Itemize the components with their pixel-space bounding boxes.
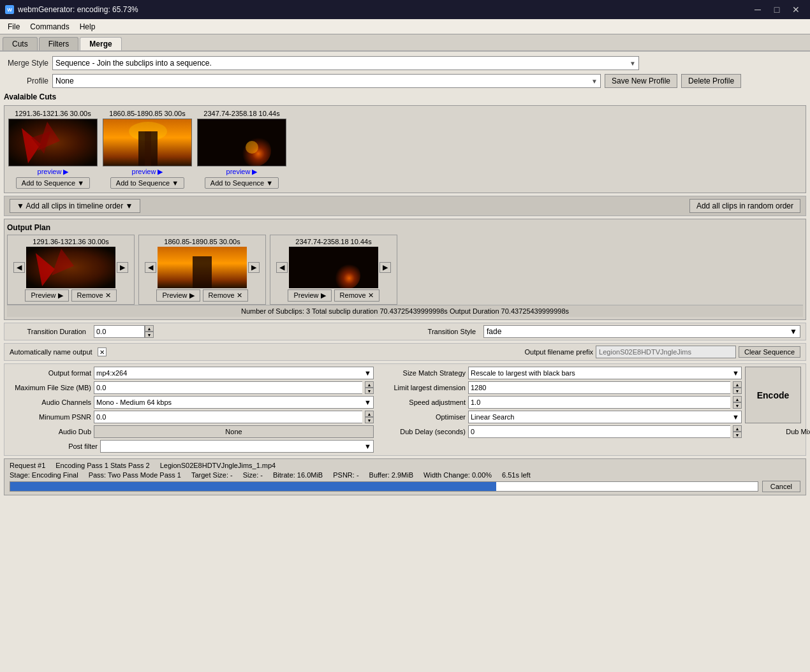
progress-info-row: Request #1 Encoding Pass 1 Stats Pass 2 … — [10, 462, 800, 469]
min-psnr-row: Minumum PSNR ▲ ▼ — [8, 411, 374, 423]
output-remove-2[interactable]: Remove ✕ — [203, 289, 248, 302]
output-clip-header-2: 1860.85-1890.85 30.00s — [164, 238, 240, 245]
menu-commands[interactable]: Commands — [25, 21, 74, 33]
cut-thumbnail-3 — [197, 119, 286, 166]
output-preview-2[interactable]: Preview ▶ — [156, 289, 200, 302]
profile-row: Profile None ▼ Save New Profile Delete P… — [4, 73, 806, 89]
add-clips-row: ▼ Add all clips in timeline order ▼ Add … — [4, 196, 806, 216]
post-filter-row: Post filter ▼ — [8, 440, 374, 453]
transition-duration-up[interactable]: ▲ — [145, 325, 154, 332]
title-bar-controls[interactable]: ─ □ ✕ — [749, 1, 805, 18]
settings-grid: Output format mp4:x264 ▼ Size Match Stra… — [4, 363, 806, 456]
output-format-row: Output format mp4:x264 ▼ — [8, 367, 374, 379]
transition-style-label: Transition Style — [412, 328, 476, 335]
transition-style-value: fade — [487, 327, 501, 336]
cut-add-btn-1[interactable]: Add to Sequence ▼ — [16, 177, 90, 189]
cut-preview-2[interactable]: preview ▶ — [132, 168, 163, 176]
pass-label: Pass: Two Pass Mode Pass 1 — [89, 471, 181, 479]
output-clip-prev-3[interactable]: ◀ — [276, 262, 288, 273]
max-file-size-label: Maximum File Size (MB) — [8, 384, 91, 391]
output-clip-next-3[interactable]: ▶ — [379, 262, 391, 273]
target-size-label: Target Size: - — [191, 471, 233, 479]
delete-profile-button[interactable]: Delete Profile — [681, 74, 741, 88]
save-profile-button[interactable]: Save New Profile — [605, 74, 677, 88]
add-clips-random-button[interactable]: Add all clips in random order — [689, 199, 800, 213]
add-clips-timeline-button[interactable]: ▼ Add all clips in timeline order ▼ — [10, 199, 140, 213]
audio-dub-row: Audio Dub None — [8, 425, 374, 438]
cut-add-btn-3[interactable]: Add to Sequence ▼ — [205, 177, 279, 189]
min-psnr-input[interactable] — [94, 411, 362, 423]
output-clip-prev-1[interactable]: ◀ — [13, 262, 25, 273]
cut-thumbnail-svg-1 — [9, 119, 97, 166]
tab-cuts[interactable]: Cuts — [3, 37, 38, 50]
tab-merge[interactable]: Merge — [80, 37, 121, 50]
optimiser-dropdown[interactable]: Linear Search ▼ — [468, 411, 742, 423]
speed-down-button[interactable]: ▼ — [733, 402, 742, 409]
cut-label-3: 2347.74-2358.18 10.44s — [203, 110, 279, 117]
dub-delay-input[interactable] — [468, 425, 730, 438]
output-clip-next-2[interactable]: ▶ — [248, 262, 260, 273]
speed-up-button[interactable]: ▲ — [733, 396, 742, 402]
output-preview-3[interactable]: Preview ▶ — [288, 289, 331, 302]
output-prefix-input[interactable] — [596, 346, 736, 358]
minimize-button[interactable]: ─ — [749, 1, 767, 18]
cut-thumbnail-svg-3 — [198, 119, 286, 166]
output-remove-3[interactable]: Remove ✕ — [334, 289, 379, 302]
speed-adjustment-input[interactable] — [468, 396, 730, 409]
audio-channels-label: Audio Channels — [8, 398, 91, 406]
output-format-dropdown[interactable]: mp4:x264 ▼ — [94, 367, 374, 379]
transition-duration-down[interactable]: ▼ — [145, 332, 154, 338]
cancel-button[interactable]: Cancel — [762, 481, 800, 492]
progress-bar-outer — [10, 481, 758, 492]
dub-delay-up[interactable]: ▲ — [733, 425, 742, 432]
profile-select[interactable]: None ▼ — [52, 74, 601, 88]
output-clip-prev-2[interactable]: ◀ — [145, 262, 156, 273]
audio-channels-value: Mono - Medium 64 kbps — [96, 398, 172, 406]
encode-button[interactable]: Encode — [745, 367, 802, 423]
transition-duration-input[interactable] — [94, 325, 145, 338]
menu-help[interactable]: Help — [75, 21, 101, 33]
merge-style-dropdown[interactable]: Sequence - Join the subclips into a sequ… — [52, 56, 639, 70]
auto-name-checkbox[interactable]: ✕ — [98, 347, 107, 356]
cut-preview-3[interactable]: preview ▶ — [226, 168, 258, 176]
progress-stats-row: Stage: Encoding Final Pass: Two Pass Mod… — [10, 471, 800, 479]
cut-add-btn-2[interactable]: Add to Sequence ▼ — [110, 177, 184, 189]
dub-delay-label: Dub Delay (seconds) — [376, 428, 466, 435]
output-plan-clips: 1291.36-1321.36 30.00s ◀ — [7, 235, 803, 305]
svg-point-10 — [246, 141, 258, 154]
audio-channels-dropdown[interactable]: Mono - Medium 64 kbps ▼ — [94, 396, 374, 409]
speed-adjustment-label: Speed adjustment — [376, 398, 466, 406]
limit-dimension-input[interactable] — [468, 381, 730, 394]
size-match-dropdown[interactable]: Rescale to largest with black bars ▼ — [468, 367, 742, 379]
min-psnr-up[interactable]: ▲ — [365, 411, 374, 417]
optimiser-label: Optimiser — [376, 413, 466, 421]
menu-file[interactable]: File — [3, 21, 25, 33]
max-file-size-down[interactable]: ▼ — [365, 388, 374, 394]
limit-dimension-down[interactable]: ▼ — [733, 388, 742, 394]
output-clip-next-1[interactable]: ▶ — [117, 262, 128, 273]
tab-filters[interactable]: Filters — [39, 37, 79, 50]
close-button[interactable]: ✕ — [787, 1, 805, 18]
output-preview-1[interactable]: Preview ▶ — [25, 289, 68, 302]
limit-dimension-up[interactable]: ▲ — [733, 381, 742, 388]
max-file-size-up[interactable]: ▲ — [365, 381, 374, 388]
cut-preview-1[interactable]: preview ▶ — [38, 168, 69, 176]
transition-style-dropdown[interactable]: fade ▼ — [483, 325, 800, 338]
clear-sequence-button[interactable]: Clear Sequence — [739, 346, 800, 358]
dub-delay-spin: ▲ ▼ — [733, 425, 742, 438]
audio-channels-row: Audio Channels Mono - Medium 64 kbps ▼ — [8, 396, 374, 409]
limit-dimension-label: Limit largest dimension — [376, 384, 466, 391]
size-match-label: Size Match Strategy — [376, 369, 466, 377]
post-filter-dropdown[interactable]: ▼ — [100, 440, 374, 453]
transition-section: Transition Duration ▲ ▼ Transition Style… — [4, 323, 806, 340]
output-remove-1[interactable]: Remove ✕ — [71, 289, 117, 302]
min-psnr-down[interactable]: ▼ — [365, 417, 374, 423]
audio-dub-button[interactable]: None — [94, 425, 374, 438]
psnr-label: PSNR: - — [333, 471, 358, 479]
dub-delay-down[interactable]: ▼ — [733, 432, 742, 438]
max-file-size-input[interactable] — [94, 381, 362, 394]
maximize-button[interactable]: □ — [768, 1, 786, 18]
cut-item-3: 2347.74-2358.18 10.44s preview ▶ — [197, 110, 286, 189]
cut-item-2: 1860.85-1890.85 30.00s — [103, 110, 192, 189]
audio-channels-arrow-icon: ▼ — [364, 398, 371, 406]
